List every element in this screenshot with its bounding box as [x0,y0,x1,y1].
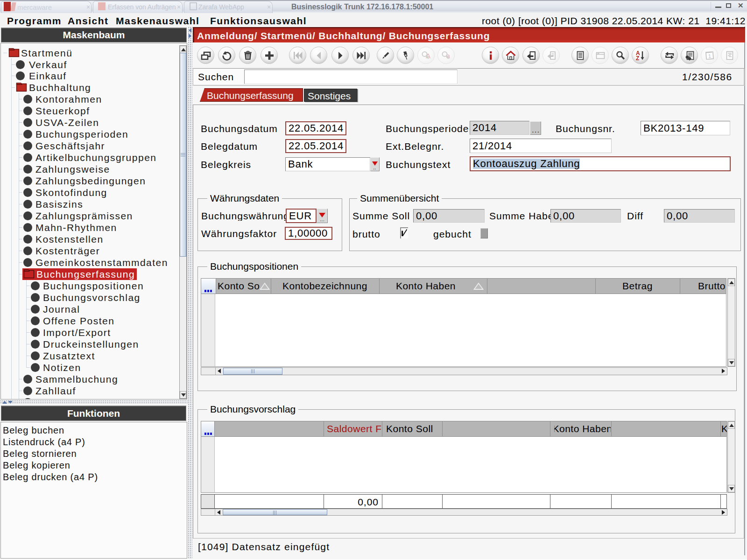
svg-text:1: 1 [708,53,711,58]
svg-text:Z: Z [636,55,639,61]
